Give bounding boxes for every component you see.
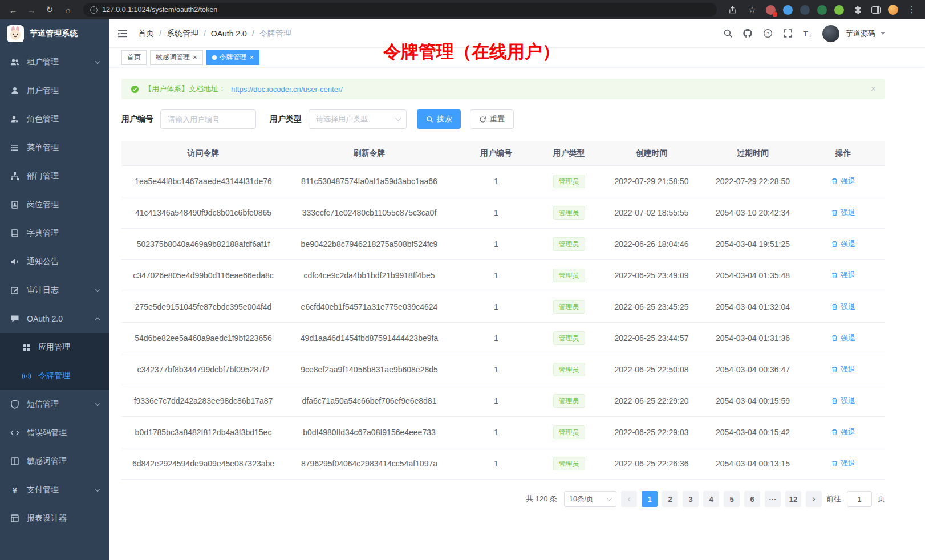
extension-icon-2[interactable] [783, 5, 793, 15]
page-button-12[interactable]: 12 [785, 491, 801, 507]
force-logout-button[interactable]: 强退 [831, 458, 855, 469]
font-size-icon[interactable]: TT [802, 29, 813, 39]
goto-label: 前往 [826, 494, 841, 504]
page-button-4[interactable]: 4 [703, 491, 719, 507]
force-logout-button[interactable]: 强退 [831, 302, 855, 312]
help-icon[interactable]: ? [762, 29, 773, 39]
breadcrumb-oauth2[interactable]: OAuth 2.0 [211, 29, 247, 38]
sidebar-item-department-management[interactable]: 部门管理 [0, 162, 109, 190]
force-logout-button[interactable]: 强退 [831, 239, 855, 249]
sidebar-item-audit-log[interactable]: 审计日志 [0, 276, 109, 305]
sidebar-item-user-management[interactable]: 用户管理 [0, 76, 109, 105]
hamburger-icon[interactable] [117, 28, 129, 39]
doc-link[interactable]: https://doc.iocoder.cn/user-center/ [231, 85, 343, 94]
sidebar-item-menu-management[interactable]: 菜单管理 [0, 133, 109, 162]
user-name[interactable]: 芋道源码 [846, 29, 875, 39]
total-count: 共 120 条 [526, 494, 557, 504]
sidebar-item-label: 支付管理 [27, 485, 59, 495]
next-page-button[interactable]: › [806, 491, 822, 507]
extension-icon-5[interactable] [834, 5, 844, 15]
sidebar-item-token-management[interactable]: 令牌管理 [0, 362, 109, 390]
share-icon[interactable] [726, 3, 739, 16]
close-icon[interactable]: × [193, 54, 197, 61]
close-icon[interactable]: × [871, 84, 876, 94]
app-logo[interactable]: 芋道管理系统 [0, 19, 109, 48]
force-logout-button[interactable]: 强退 [831, 396, 855, 406]
page-button-3[interactable]: 3 [683, 491, 699, 507]
created-time-cell: 2022-06-25 23:49:09 [599, 260, 704, 291]
bookmark-star-icon[interactable]: ☆ [746, 3, 758, 16]
browser-menu-icon[interactable]: ⋮ [906, 3, 918, 16]
sidebar-item-label: 错误码管理 [27, 428, 67, 438]
access-token-cell: 275e5de9151045fe87cbdc395e004f4d [121, 291, 285, 323]
created-time-cell: 2022-07-02 18:55:55 [599, 197, 704, 229]
extension-icon-3[interactable] [800, 5, 810, 15]
goto-page-input[interactable] [847, 491, 872, 507]
sidebar-item-error-code-management[interactable]: 错误码管理 [0, 419, 109, 447]
github-icon[interactable] [743, 29, 753, 39]
browser-profile-avatar[interactable] [888, 5, 898, 15]
reset-button[interactable]: 重置 [470, 109, 514, 129]
user-type-badge: 管理员 [553, 394, 585, 408]
page-button-6[interactable]: 6 [744, 491, 760, 507]
extensions-puzzle-icon[interactable] [851, 3, 864, 16]
url-bar[interactable]: i 127.0.0.1:1024/system/oauth2/token [83, 3, 717, 17]
sidebar-item-notice[interactable]: 通知公告 [0, 247, 109, 276]
page-button-5[interactable]: 5 [724, 491, 740, 507]
caret-down-icon[interactable] [881, 32, 885, 35]
tab-token-management[interactable]: 令牌管理 × [206, 50, 260, 65]
user-type-select[interactable]: 请选择用户类型 [309, 109, 407, 129]
refresh-token-cell: be90422b8c7946218275a508bf524fc9 [285, 229, 453, 260]
sidebar-item-app-management[interactable]: 应用管理 [0, 333, 109, 362]
side-panel-icon[interactable] [871, 6, 881, 14]
user-avatar[interactable] [822, 25, 839, 42]
fullscreen-icon[interactable] [782, 29, 793, 39]
force-logout-button[interactable]: 强退 [831, 270, 855, 281]
site-info-icon[interactable]: i [90, 6, 98, 14]
extension-icon-1[interactable] [766, 5, 776, 15]
force-logout-button[interactable]: 强退 [831, 208, 855, 218]
page-ellipsis-button[interactable]: ··· [765, 491, 781, 507]
tab-home[interactable]: 首页 [121, 50, 147, 65]
expire-time-cell: 2054-03-04 00:15:42 [704, 417, 801, 448]
created-time-cell: 2022-06-25 23:44:57 [599, 323, 704, 354]
chevron-down-icon [95, 401, 100, 405]
user-type-cell: 管理员 [539, 197, 599, 229]
force-logout-button[interactable]: 强退 [831, 364, 855, 375]
page-button-1[interactable]: 1 [642, 491, 658, 507]
breadcrumb-home[interactable]: 首页 [138, 29, 154, 39]
user-type-cell: 管理员 [539, 323, 599, 354]
action-cell: 强退 [801, 354, 885, 385]
sidebar-item-sms-management[interactable]: 短信管理 [0, 390, 109, 419]
user-type-cell: 管理员 [539, 166, 599, 197]
extension-icon-4[interactable] [817, 5, 827, 15]
force-logout-button[interactable]: 强退 [831, 176, 855, 186]
table-body: 1ea5e44f8bc1467aaede43144f31de76 811c530… [121, 166, 885, 480]
sidebar-item-role-management[interactable]: 角色管理 [0, 105, 109, 133]
close-icon[interactable]: × [250, 54, 254, 61]
sidebar-item-sensitive-word-management[interactable]: 敏感词管理 [0, 447, 109, 476]
search-icon[interactable] [723, 29, 733, 39]
home-button[interactable]: ⌂ [62, 3, 74, 16]
reload-button[interactable]: ↻ [43, 3, 56, 16]
tab-sensitive-word[interactable]: 敏感词管理 × [150, 50, 203, 65]
sidebar-item-oauth2[interactable]: OAuth 2.0 [0, 305, 109, 333]
force-logout-button[interactable]: 强退 [831, 333, 855, 343]
sidebar-item-dict-management[interactable]: 字典管理 [0, 219, 109, 247]
search-button[interactable]: 搜索 [417, 109, 461, 129]
forward-button[interactable]: → [25, 3, 38, 16]
prev-page-button[interactable]: ‹ [621, 491, 637, 507]
app-title: 芋道管理系统 [30, 29, 78, 39]
trash-icon [831, 366, 838, 373]
back-button[interactable]: ← [7, 3, 19, 16]
trash-icon [831, 303, 838, 310]
page-button-2[interactable]: 2 [662, 491, 678, 507]
sidebar-item-tenant-management[interactable]: 租户管理 [0, 48, 109, 76]
force-logout-button[interactable]: 强退 [831, 427, 855, 437]
sidebar-item-payment-management[interactable]: ¥ 支付管理 [0, 476, 109, 504]
breadcrumb-system[interactable]: 系统管理 [167, 29, 198, 39]
page-size-select[interactable]: 10条/页 [564, 491, 616, 507]
user-id-input[interactable] [160, 109, 256, 129]
sidebar-item-post-management[interactable]: 岗位管理 [0, 190, 109, 219]
sidebar-item-report-designer[interactable]: 报表设计器 [0, 504, 109, 533]
